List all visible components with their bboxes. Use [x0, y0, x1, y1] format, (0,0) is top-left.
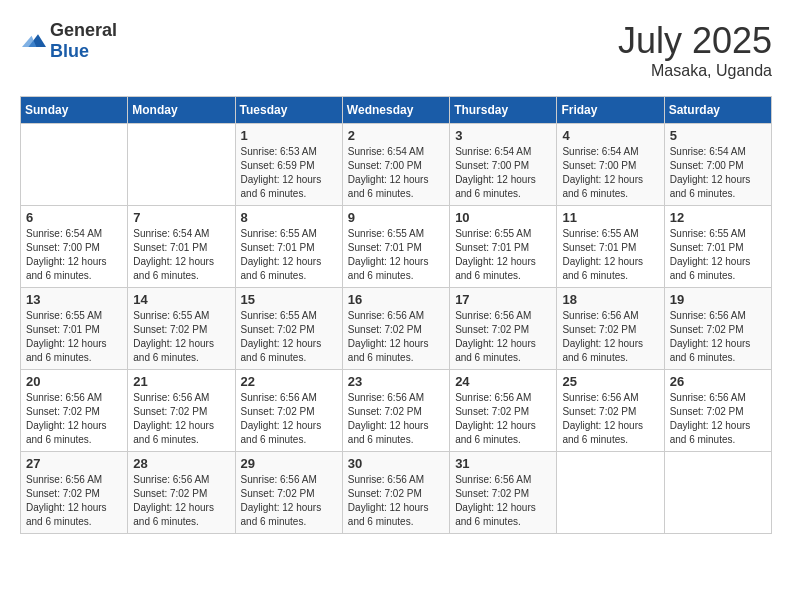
- calendar-cell: 13Sunrise: 6:55 AMSunset: 7:01 PMDayligh…: [21, 288, 128, 370]
- day-info: Sunrise: 6:54 AMSunset: 7:00 PMDaylight:…: [348, 145, 444, 201]
- calendar-cell: 19Sunrise: 6:56 AMSunset: 7:02 PMDayligh…: [664, 288, 771, 370]
- calendar-cell: 8Sunrise: 6:55 AMSunset: 7:01 PMDaylight…: [235, 206, 342, 288]
- calendar-cell: [664, 452, 771, 534]
- day-number: 15: [241, 292, 337, 307]
- calendar-cell: 14Sunrise: 6:55 AMSunset: 7:02 PMDayligh…: [128, 288, 235, 370]
- column-header-saturday: Saturday: [664, 97, 771, 124]
- day-number: 27: [26, 456, 122, 471]
- calendar-cell: 25Sunrise: 6:56 AMSunset: 7:02 PMDayligh…: [557, 370, 664, 452]
- calendar-cell: [21, 124, 128, 206]
- calendar-cell: 27Sunrise: 6:56 AMSunset: 7:02 PMDayligh…: [21, 452, 128, 534]
- calendar-week-row: 13Sunrise: 6:55 AMSunset: 7:01 PMDayligh…: [21, 288, 772, 370]
- day-number: 26: [670, 374, 766, 389]
- calendar-cell: 2Sunrise: 6:54 AMSunset: 7:00 PMDaylight…: [342, 124, 449, 206]
- calendar-cell: 6Sunrise: 6:54 AMSunset: 7:00 PMDaylight…: [21, 206, 128, 288]
- column-header-friday: Friday: [557, 97, 664, 124]
- day-info: Sunrise: 6:56 AMSunset: 7:02 PMDaylight:…: [562, 391, 658, 447]
- day-number: 17: [455, 292, 551, 307]
- day-number: 16: [348, 292, 444, 307]
- day-number: 5: [670, 128, 766, 143]
- title-block: July 2025 Masaka, Uganda: [618, 20, 772, 80]
- calendar-week-row: 20Sunrise: 6:56 AMSunset: 7:02 PMDayligh…: [21, 370, 772, 452]
- day-number: 10: [455, 210, 551, 225]
- calendar-cell: 24Sunrise: 6:56 AMSunset: 7:02 PMDayligh…: [450, 370, 557, 452]
- logo-icon: [22, 31, 46, 51]
- day-info: Sunrise: 6:54 AMSunset: 7:00 PMDaylight:…: [455, 145, 551, 201]
- calendar-cell: 16Sunrise: 6:56 AMSunset: 7:02 PMDayligh…: [342, 288, 449, 370]
- day-number: 9: [348, 210, 444, 225]
- calendar-cell: 20Sunrise: 6:56 AMSunset: 7:02 PMDayligh…: [21, 370, 128, 452]
- day-number: 31: [455, 456, 551, 471]
- column-header-tuesday: Tuesday: [235, 97, 342, 124]
- day-info: Sunrise: 6:54 AMSunset: 7:01 PMDaylight:…: [133, 227, 229, 283]
- day-number: 2: [348, 128, 444, 143]
- day-number: 28: [133, 456, 229, 471]
- logo-general-text: General: [50, 20, 117, 40]
- column-header-wednesday: Wednesday: [342, 97, 449, 124]
- day-number: 29: [241, 456, 337, 471]
- day-info: Sunrise: 6:55 AMSunset: 7:01 PMDaylight:…: [26, 309, 122, 365]
- day-info: Sunrise: 6:56 AMSunset: 7:02 PMDaylight:…: [455, 309, 551, 365]
- day-info: Sunrise: 6:56 AMSunset: 7:02 PMDaylight:…: [562, 309, 658, 365]
- column-header-monday: Monday: [128, 97, 235, 124]
- month-year-title: July 2025: [618, 20, 772, 62]
- day-number: 21: [133, 374, 229, 389]
- day-info: Sunrise: 6:56 AMSunset: 7:02 PMDaylight:…: [241, 473, 337, 529]
- page-header: General Blue July 2025 Masaka, Uganda: [20, 20, 772, 80]
- logo: General Blue: [20, 20, 117, 62]
- calendar-week-row: 27Sunrise: 6:56 AMSunset: 7:02 PMDayligh…: [21, 452, 772, 534]
- calendar-cell: 10Sunrise: 6:55 AMSunset: 7:01 PMDayligh…: [450, 206, 557, 288]
- day-number: 7: [133, 210, 229, 225]
- calendar-cell: 15Sunrise: 6:55 AMSunset: 7:02 PMDayligh…: [235, 288, 342, 370]
- day-info: Sunrise: 6:56 AMSunset: 7:02 PMDaylight:…: [455, 473, 551, 529]
- calendar-cell: 29Sunrise: 6:56 AMSunset: 7:02 PMDayligh…: [235, 452, 342, 534]
- day-info: Sunrise: 6:56 AMSunset: 7:02 PMDaylight:…: [133, 391, 229, 447]
- column-header-thursday: Thursday: [450, 97, 557, 124]
- calendar-cell: 11Sunrise: 6:55 AMSunset: 7:01 PMDayligh…: [557, 206, 664, 288]
- calendar-cell: 30Sunrise: 6:56 AMSunset: 7:02 PMDayligh…: [342, 452, 449, 534]
- day-number: 24: [455, 374, 551, 389]
- calendar-cell: 4Sunrise: 6:54 AMSunset: 7:00 PMDaylight…: [557, 124, 664, 206]
- calendar-cell: 7Sunrise: 6:54 AMSunset: 7:01 PMDaylight…: [128, 206, 235, 288]
- day-info: Sunrise: 6:55 AMSunset: 7:02 PMDaylight:…: [133, 309, 229, 365]
- day-number: 8: [241, 210, 337, 225]
- logo-blue-text: Blue: [50, 41, 89, 61]
- calendar-cell: 1Sunrise: 6:53 AMSunset: 6:59 PMDaylight…: [235, 124, 342, 206]
- calendar-cell: 28Sunrise: 6:56 AMSunset: 7:02 PMDayligh…: [128, 452, 235, 534]
- calendar-cell: 21Sunrise: 6:56 AMSunset: 7:02 PMDayligh…: [128, 370, 235, 452]
- day-info: Sunrise: 6:54 AMSunset: 7:00 PMDaylight:…: [562, 145, 658, 201]
- day-info: Sunrise: 6:56 AMSunset: 7:02 PMDaylight:…: [670, 309, 766, 365]
- day-number: 20: [26, 374, 122, 389]
- day-info: Sunrise: 6:56 AMSunset: 7:02 PMDaylight:…: [455, 391, 551, 447]
- day-number: 30: [348, 456, 444, 471]
- day-info: Sunrise: 6:55 AMSunset: 7:01 PMDaylight:…: [241, 227, 337, 283]
- day-number: 18: [562, 292, 658, 307]
- day-number: 4: [562, 128, 658, 143]
- day-number: 22: [241, 374, 337, 389]
- calendar-cell: 26Sunrise: 6:56 AMSunset: 7:02 PMDayligh…: [664, 370, 771, 452]
- calendar-header-row: SundayMondayTuesdayWednesdayThursdayFrid…: [21, 97, 772, 124]
- day-info: Sunrise: 6:56 AMSunset: 7:02 PMDaylight:…: [348, 391, 444, 447]
- calendar-cell: 18Sunrise: 6:56 AMSunset: 7:02 PMDayligh…: [557, 288, 664, 370]
- calendar-cell: 17Sunrise: 6:56 AMSunset: 7:02 PMDayligh…: [450, 288, 557, 370]
- day-info: Sunrise: 6:55 AMSunset: 7:01 PMDaylight:…: [348, 227, 444, 283]
- day-info: Sunrise: 6:55 AMSunset: 7:01 PMDaylight:…: [670, 227, 766, 283]
- day-number: 23: [348, 374, 444, 389]
- day-number: 6: [26, 210, 122, 225]
- day-number: 1: [241, 128, 337, 143]
- day-info: Sunrise: 6:56 AMSunset: 7:02 PMDaylight:…: [133, 473, 229, 529]
- day-info: Sunrise: 6:56 AMSunset: 7:02 PMDaylight:…: [241, 391, 337, 447]
- day-info: Sunrise: 6:56 AMSunset: 7:02 PMDaylight:…: [26, 391, 122, 447]
- calendar-cell: [128, 124, 235, 206]
- calendar-week-row: 1Sunrise: 6:53 AMSunset: 6:59 PMDaylight…: [21, 124, 772, 206]
- day-info: Sunrise: 6:56 AMSunset: 7:02 PMDaylight:…: [348, 473, 444, 529]
- calendar-cell: 9Sunrise: 6:55 AMSunset: 7:01 PMDaylight…: [342, 206, 449, 288]
- day-number: 12: [670, 210, 766, 225]
- calendar-cell: 5Sunrise: 6:54 AMSunset: 7:00 PMDaylight…: [664, 124, 771, 206]
- day-number: 13: [26, 292, 122, 307]
- day-number: 11: [562, 210, 658, 225]
- calendar-cell: 22Sunrise: 6:56 AMSunset: 7:02 PMDayligh…: [235, 370, 342, 452]
- day-number: 3: [455, 128, 551, 143]
- day-info: Sunrise: 6:53 AMSunset: 6:59 PMDaylight:…: [241, 145, 337, 201]
- day-info: Sunrise: 6:56 AMSunset: 7:02 PMDaylight:…: [26, 473, 122, 529]
